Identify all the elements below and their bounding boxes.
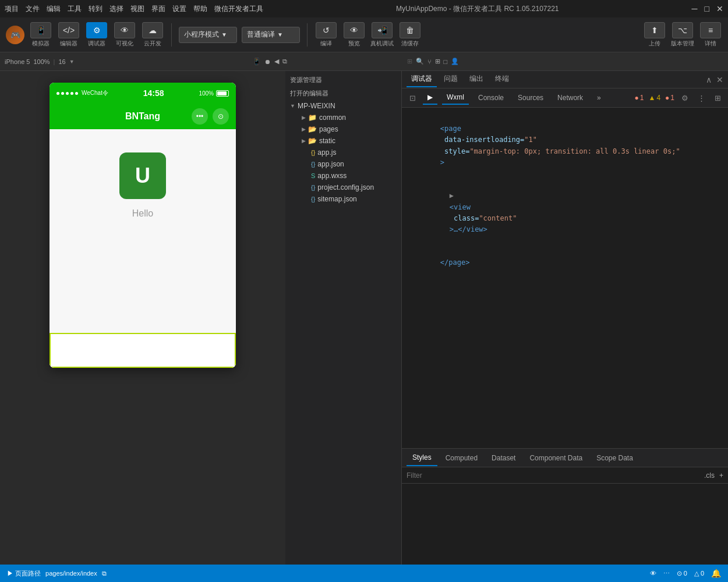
sim-icon-device[interactable]: 📱 [253,58,261,65]
menu-goto[interactable]: 转到 [89,4,103,14]
devtools-close-icon[interactable]: ✕ [716,75,723,84]
menu-file[interactable]: 文件 [26,4,40,14]
editor-icon[interactable]: </> [58,22,79,38]
cloud-btn[interactable]: ☁ 云开发 [141,22,164,48]
explorer-item-appjs[interactable]: {} app.js [285,147,401,158]
tab-terminal[interactable]: 终端 [490,72,514,87]
static-expand-icon[interactable]: ▶ [302,138,306,144]
clear-cache-icon[interactable]: 🗑 [400,22,420,38]
tab-dataset[interactable]: Dataset [486,450,521,466]
notification-bell[interactable]: 🔔 [711,569,721,578]
common-expand-icon[interactable]: ▶ [302,115,306,120]
more-options-icon[interactable]: ⋮ [695,92,707,104]
preview-btn-group[interactable]: 👁 预览 [342,22,366,48]
sim-icon-record[interactable]: ⏺ [264,58,271,65]
sub-tab-network[interactable]: Network [553,91,588,104]
clear-cache-btn-group[interactable]: 🗑 清缓存 [398,22,422,48]
explorer-item-appwxss[interactable]: S app.wxss [285,170,401,182]
visualize-btn[interactable]: 👁 可视化 [113,22,136,48]
explorer-item-appjson[interactable]: {} app.json [285,158,401,170]
cloud-icon[interactable]: ☁ [142,22,163,38]
explorer-section-open-editors[interactable]: 打开的编辑器 [285,87,401,100]
upload-icon[interactable]: ⬆ [644,22,665,38]
cls-button[interactable]: .cls [704,471,715,480]
statusbar-eye-icon[interactable]: 👁 [650,570,656,577]
detail-btn-group[interactable]: ≡ 详情 [699,22,722,48]
titlebar-menu[interactable]: 项目 文件 编辑 工具 转到 选择 视图 界面 设置 帮助 微信开发者工具 [5,4,263,14]
menu-view[interactable]: 视图 [130,4,144,14]
sim-icon-back[interactable]: ◀ [274,58,279,65]
sim-icon-window[interactable]: ⧉ [282,58,287,65]
compile-icon[interactable]: ↺ [316,22,337,38]
zoom-level[interactable]: 100% [33,58,50,65]
pages-expand-icon[interactable]: ▶ [302,126,306,132]
mode-dropdown[interactable]: 小程序模式 ▼ [179,27,237,43]
close-button[interactable]: ✕ [716,4,723,13]
inspect-element-icon[interactable]: ⊡ [407,92,418,104]
menu-select[interactable]: 选择 [109,4,123,14]
device-name[interactable]: iPhone 5 [5,58,30,65]
add-style-button[interactable]: + [719,471,723,480]
explorer-item-project-config[interactable]: {} project.config.json [285,182,401,193]
compile-dropdown[interactable]: 普通编译 ▼ [242,27,300,43]
explorer-item-pages[interactable]: ▶ 📂 pages [285,123,401,135]
window-controls[interactable]: ─ □ ✕ [692,4,723,13]
sim-icon-search[interactable]: 🔍 [416,58,424,65]
explorer-item-sitemap[interactable]: {} sitemap.json [285,193,401,205]
more-icon[interactable]: ••• [192,108,208,125]
tab-debugger[interactable]: 调试器 [407,72,437,87]
sub-tab-console[interactable]: Console [473,91,508,104]
root-expand-icon[interactable]: ▼ [290,103,295,109]
version-icon[interactable]: ⌥ [672,22,693,38]
minimize-button[interactable]: ─ [692,4,698,13]
upload-btn-group[interactable]: ⬆ 上传 [643,22,666,48]
camera-icon[interactable]: ⊙ [213,108,229,125]
simulator-icon[interactable]: 📱 [30,22,51,38]
tab-issues[interactable]: 问题 [439,72,462,87]
explorer-item-static[interactable]: ▶ 📂 static [285,135,401,147]
sub-tab-wxml[interactable]: Wxml [442,91,469,105]
menu-settings[interactable]: 设置 [172,4,186,14]
menu-wechat-devtools[interactable]: 微信开发者工具 [214,4,263,14]
tab-output[interactable]: 编出 [465,72,488,87]
font-size[interactable]: 16 [58,58,65,65]
menu-project[interactable]: 项目 [5,4,19,14]
settings-icon[interactable]: ⚙ [679,92,691,104]
sim-icon-grid[interactable]: ⊞ [435,58,440,65]
preview-icon[interactable]: 👁 [344,22,365,38]
menu-help[interactable]: 帮助 [193,4,207,14]
sub-tab-toggle[interactable]: ▶ [423,91,437,105]
version-btn-group[interactable]: ⌥ 版本管理 [671,22,694,48]
chevron-down-icon-3[interactable]: ▼ [69,59,75,65]
explorer-section-resources[interactable]: 资源管理器 [285,73,401,87]
debugger-btn[interactable]: ⚙ 调试器 [85,22,108,48]
maximize-button[interactable]: □ [705,4,709,13]
menu-edit[interactable]: 编辑 [47,4,61,14]
explorer-item-common[interactable]: ▶ 📁 common [285,112,401,123]
detail-icon[interactable]: ≡ [700,22,721,38]
sub-tab-more[interactable]: » [592,91,606,104]
filter-input[interactable] [407,471,704,480]
sim-icon-box[interactable]: □ [444,58,448,65]
tab-computed[interactable]: Computed [440,450,483,466]
expand-arrow-view[interactable]: ▶ [450,191,458,200]
real-device-icon[interactable]: 📲 [372,22,393,38]
explorer-root[interactable]: ▼ MP-WEIXIN [285,100,401,112]
statusbar-more-icon[interactable]: ⋯ [663,570,670,577]
tab-component-data[interactable]: Component Data [524,450,588,466]
editor-btn[interactable]: </> 编辑器 [57,22,80,48]
tab-scope-data[interactable]: Scope Data [591,450,639,466]
real-device-btn-group[interactable]: 📲 真机调试 [370,22,394,48]
visualize-icon[interactable]: 👁 [114,22,135,38]
sub-tab-sources[interactable]: Sources [513,91,548,104]
page-path[interactable]: pages/index/index [45,570,97,577]
debugger-icon[interactable]: ⚙ [86,22,107,38]
menu-tools[interactable]: 工具 [68,4,82,14]
copy-path-icon[interactable]: ⧉ [102,570,107,577]
menu-ui[interactable]: 界面 [151,4,165,14]
sim-icon-git[interactable]: ⑂ [427,58,432,65]
tab-styles[interactable]: Styles [407,450,437,466]
compile-btn-group[interactable]: ↺ 编译 [314,22,338,48]
simulator-btn[interactable]: 📱 模拟器 [29,22,52,48]
devtools-up-icon[interactable]: ∧ [706,75,712,84]
